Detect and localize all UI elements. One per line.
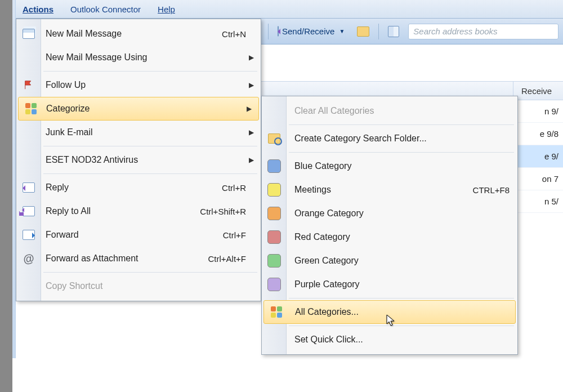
search-folder-icon xyxy=(266,131,282,146)
submenu-arrow-icon: ▶ xyxy=(247,105,252,113)
search-placeholder: Search address books xyxy=(413,26,497,36)
menu-item-categorize[interactable]: Categorize ▶ xyxy=(18,97,259,121)
menu-item-category-orange[interactable]: Orange Category xyxy=(262,202,517,225)
menu-outlook-connector[interactable]: Outlook Connector xyxy=(67,2,144,16)
categorize-icon xyxy=(23,101,39,117)
menu-item-reply-all[interactable]: Reply to All Ctrl+Shift+R xyxy=(16,199,261,223)
open-folder-button[interactable] xyxy=(354,24,373,39)
paperclip-icon: @ xyxy=(20,250,38,268)
menu-item-category-meetings[interactable]: Meetings CTRL+F8 xyxy=(262,178,517,202)
menu-item-create-category-search-folder[interactable]: Create Category Search Folder... xyxy=(262,127,517,150)
menu-item-category-green[interactable]: Green Category xyxy=(262,249,517,273)
address-book-search-input[interactable]: Search address books xyxy=(408,24,558,39)
chevron-down-icon: ▼ xyxy=(339,28,345,34)
menu-item-eset-antivirus[interactable]: ESET NOD32 Antivirus ▶ xyxy=(16,148,261,172)
menu-help[interactable]: Help xyxy=(154,2,178,16)
menu-item-follow-up[interactable]: Follow Up ▶ xyxy=(16,73,261,97)
actions-menu: New Mail Message Ctrl+N New Mail Message… xyxy=(16,19,261,301)
address-book-icon xyxy=(388,26,399,37)
menubar: Actions Outlook Connector Help xyxy=(16,0,563,19)
menu-item-category-purple[interactable]: Purple Category xyxy=(262,273,517,296)
send-receive-label: Send/Receive xyxy=(282,26,334,36)
menu-item-new-mail-using[interactable]: New Mail Message Using ▶ xyxy=(16,46,261,69)
submenu-arrow-icon: ▶ xyxy=(249,81,254,89)
submenu-arrow-icon: ▶ xyxy=(249,128,254,136)
send-receive-icon xyxy=(278,26,279,36)
new-mail-icon xyxy=(21,26,37,42)
folder-open-icon xyxy=(357,26,369,37)
menu-item-category-blue[interactable]: Blue Category xyxy=(262,154,517,178)
reply-all-icon xyxy=(21,203,37,219)
reply-icon xyxy=(21,180,37,195)
color-swatch-green xyxy=(267,254,281,268)
address-book-button[interactable] xyxy=(385,24,403,39)
menu-item-category-red[interactable]: Red Category xyxy=(262,225,517,249)
menu-item-copy-shortcut: Copy Shortcut xyxy=(16,274,261,298)
menu-item-all-categories[interactable]: All Categories... xyxy=(263,300,516,324)
menu-item-reply[interactable]: Reply Ctrl+R xyxy=(16,176,261,199)
color-swatch-blue xyxy=(267,159,281,173)
send-receive-button[interactable]: Send/Receive ▼ xyxy=(274,24,348,38)
menu-item-new-mail[interactable]: New Mail Message Ctrl+N xyxy=(16,22,261,46)
color-swatch-orange xyxy=(267,207,281,220)
menu-item-set-quick-click[interactable]: Set Quick Click... xyxy=(262,328,517,351)
color-swatch-red xyxy=(267,230,281,244)
categorize-submenu: Clear All Categories Create Category Sea… xyxy=(261,96,518,355)
color-swatch-yellow xyxy=(267,183,281,197)
column-received[interactable]: Receive xyxy=(513,82,563,100)
menu-actions[interactable]: Actions xyxy=(19,2,57,16)
categorize-icon xyxy=(269,304,284,320)
submenu-arrow-icon: ▶ xyxy=(249,156,254,164)
forward-icon xyxy=(21,227,37,243)
color-swatch-purple xyxy=(267,278,281,291)
menu-item-clear-categories: Clear All Categories xyxy=(262,99,517,123)
menu-item-forward-attachment[interactable]: @ Forward as Attachment Ctrl+Alt+F xyxy=(16,247,261,270)
flag-icon xyxy=(21,77,37,93)
menu-item-junk-email[interactable]: Junk E-mail ▶ xyxy=(16,121,261,144)
menu-item-forward[interactable]: Forward Ctrl+F xyxy=(16,223,261,247)
submenu-arrow-icon: ▶ xyxy=(249,54,254,61)
